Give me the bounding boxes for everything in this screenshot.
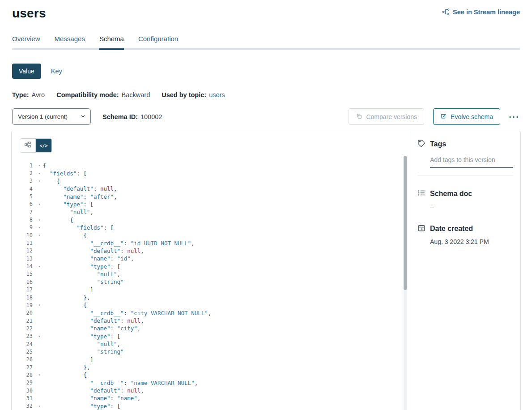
collapse-toggle-icon[interactable]: ▾ — [36, 179, 43, 183]
calendar-icon — [417, 224, 426, 234]
code-text: "string" — [43, 278, 124, 285]
line-number: 17 — [20, 286, 36, 293]
line-number: 31 — [20, 395, 36, 401]
tab-messages[interactable]: Messages — [55, 35, 85, 48]
code-line: 7 "null", — [20, 208, 410, 216]
collapse-toggle-icon[interactable]: ▾ — [36, 334, 43, 338]
collapse-toggle-icon[interactable]: ▾ — [36, 404, 43, 408]
topic-link[interactable]: users — [209, 91, 225, 98]
code-scrollbar-thumb[interactable] — [404, 156, 407, 290]
value-key-toggle: Value Key — [12, 64, 520, 79]
edit-icon — [440, 113, 447, 121]
stream-lineage-link[interactable]: See in Stream lineage — [442, 8, 520, 16]
schema-meta: Type: Avro Compatibility mode: Backward … — [12, 91, 520, 98]
collapse-toggle-icon[interactable]: ▾ — [36, 163, 43, 167]
version-select[interactable]: Version 1 (current) — [12, 108, 91, 125]
schema-id: Schema ID: 100002 — [102, 113, 162, 120]
line-number: 28 — [20, 372, 36, 378]
code-text: "null", — [43, 341, 120, 347]
line-number: 2 — [20, 170, 36, 176]
line-number: 6 — [20, 201, 36, 207]
code-view-button[interactable]: </> — [36, 139, 51, 152]
collapse-toggle-icon[interactable]: ▾ — [36, 226, 43, 230]
code-text: "type": [ — [43, 333, 120, 340]
schema-doc-section: Schema doc -- — [417, 189, 513, 210]
code-line: 12 "default": null, — [20, 247, 410, 255]
code-text: "null", — [43, 271, 120, 278]
line-number: 32 — [20, 403, 36, 409]
collapse-toggle-icon[interactable]: ▾ — [36, 233, 43, 237]
code-text: { — [43, 217, 73, 223]
code-text: "default": null, — [43, 387, 144, 394]
line-number: 15 — [20, 271, 36, 277]
code-line: 16 "string" — [20, 278, 410, 286]
code-line: 8▾ { — [20, 216, 410, 223]
date-created-heading: Date created — [417, 224, 513, 234]
evolve-schema-label: Evolve schema — [451, 113, 493, 120]
code-line: 23▾ "type": [ — [20, 333, 410, 340]
code-view-icon: </> — [39, 143, 47, 148]
code-text: ] — [43, 286, 94, 293]
tree-view-button[interactable] — [20, 139, 36, 152]
code-text: "__crdb__": "name VARCHAR NULL", — [43, 380, 198, 386]
schema-doc-heading: Schema doc — [417, 189, 513, 199]
view-toggle: </> — [20, 138, 52, 153]
collapse-toggle-icon[interactable]: ▾ — [36, 202, 43, 206]
schema-doc-value: -- — [430, 203, 513, 210]
collapse-toggle-icon[interactable]: ▾ — [36, 171, 43, 175]
code-text: { — [43, 302, 87, 308]
code-line: 21 "default": null, — [20, 317, 410, 325]
value-toggle-button[interactable]: Value — [12, 64, 41, 79]
line-number: 12 — [20, 248, 36, 254]
schema-id-label: Schema ID: — [102, 113, 138, 120]
more-options-button[interactable]: ⋯ — [507, 111, 520, 122]
evolve-schema-button[interactable]: Evolve schema — [433, 108, 500, 125]
meta-type: Type: Avro — [12, 91, 45, 98]
schema-card: </> 1▾{2▾ "fields": [3▾ {4 "default": nu… — [11, 131, 521, 410]
compare-versions-label: Compare versions — [366, 113, 417, 120]
code-line: 15 "null", — [20, 270, 410, 278]
tab-overview[interactable]: Overview — [12, 35, 40, 48]
meta-type-label: Type: — [12, 91, 29, 98]
code-line: 30 "default": null, — [20, 387, 410, 394]
key-toggle-button[interactable]: Key — [51, 68, 62, 75]
collapse-toggle-icon[interactable]: ▾ — [36, 218, 43, 222]
code-line: 17 ] — [20, 286, 410, 294]
code-text: ] — [43, 356, 94, 363]
meta-topic: Used by topic: users — [162, 91, 225, 98]
code-lines: 1▾{2▾ "fields": [3▾ {4 "default": null,5… — [20, 162, 410, 410]
code-line: 10▾ { — [20, 231, 410, 239]
code-line: 27 }, — [20, 363, 410, 371]
page-title: users — [12, 6, 46, 21]
code-text: "name": "name", — [43, 395, 140, 401]
code-line: 24 "null", — [20, 340, 410, 348]
code-text: { — [43, 162, 47, 169]
line-number: 19 — [20, 302, 36, 308]
collapse-toggle-icon[interactable]: ▾ — [36, 265, 43, 269]
tags-input[interactable] — [430, 156, 513, 168]
code-text: "fields": [ — [43, 170, 87, 177]
collapse-toggle-icon[interactable]: ▾ — [36, 303, 43, 307]
tab-schema[interactable]: Schema — [99, 35, 124, 48]
line-number: 3 — [20, 178, 36, 184]
code-line: 31 "name": "name", — [20, 394, 410, 402]
line-number: 11 — [20, 240, 36, 246]
collapse-toggle-icon[interactable]: ▾ — [36, 373, 43, 377]
line-number: 5 — [20, 193, 36, 200]
line-number: 24 — [20, 341, 36, 347]
code-line: 3▾ { — [20, 177, 410, 185]
tags-section-heading: Tags — [417, 139, 513, 149]
date-created-value: Aug. 3 2022 3:21 PM — [430, 238, 513, 245]
tab-configuration[interactable]: Configuration — [138, 35, 178, 48]
code-text: "default": null, — [43, 248, 144, 254]
code-line: 26 ] — [20, 356, 410, 363]
line-number: 13 — [20, 256, 36, 262]
line-number: 18 — [20, 295, 36, 301]
meta-compatibility-value: Backward — [122, 91, 150, 98]
compare-versions-button[interactable]: Compare versions — [349, 108, 424, 125]
schema-page: users See in Stream lineage Overview Mes… — [0, 0, 532, 410]
code-editor: </> 1▾{2▾ "fields": [3▾ {4 "default": nu… — [12, 131, 410, 410]
code-text: "type": [ — [43, 201, 94, 208]
controls-right: Compare versions Evolve schema ⋯ — [349, 108, 520, 125]
code-text: "default": null, — [43, 185, 117, 192]
